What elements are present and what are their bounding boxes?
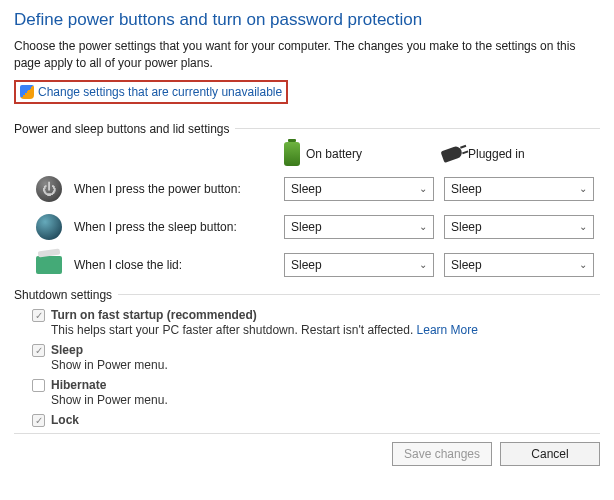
chevron-down-icon: ⌄ [419, 183, 427, 194]
sleep-button-plugged-select[interactable]: Sleep⌄ [444, 215, 594, 239]
row-close-lid: When I close the lid: Sleep⌄ Sleep⌄ [14, 250, 600, 280]
battery-icon [284, 142, 300, 166]
power-button-icon: ⏻ [36, 176, 62, 202]
fast-startup-title: Turn on fast startup (recommended) [51, 308, 257, 322]
change-settings-link[interactable]: Change settings that are currently unava… [38, 85, 282, 99]
chevron-down-icon: ⌄ [579, 183, 587, 194]
section-label: Power and sleep buttons and lid settings [14, 122, 229, 136]
select-value: Sleep [451, 258, 482, 272]
sleep-title: Sleep [51, 343, 83, 357]
section-shutdown: Shutdown settings [14, 288, 600, 302]
divider [235, 128, 600, 129]
select-value: Sleep [291, 182, 322, 196]
select-value: Sleep [451, 220, 482, 234]
lock-checkbox[interactable]: ✓ [32, 414, 45, 427]
hibernate-checkbox[interactable] [32, 379, 45, 392]
sleep-desc: Show in Power menu. [51, 358, 168, 372]
hibernate-title: Hibernate [51, 378, 106, 392]
power-button-battery-select[interactable]: Sleep⌄ [284, 177, 434, 201]
lid-icon [36, 256, 62, 274]
save-changes-button[interactable]: Save changes [392, 442, 492, 466]
sleep-option: ✓ Sleep Show in Power menu. [32, 343, 600, 372]
cancel-button[interactable]: Cancel [500, 442, 600, 466]
change-settings-link-highlight: Change settings that are currently unava… [14, 80, 288, 104]
row-power-button: ⏻ When I press the power button: Sleep⌄ … [14, 174, 600, 204]
fast-startup-option: ✓ Turn on fast startup (recommended) Thi… [32, 308, 600, 337]
page-title: Define power buttons and turn on passwor… [14, 10, 600, 30]
chevron-down-icon: ⌄ [579, 221, 587, 232]
lock-title: Lock [51, 413, 79, 427]
hibernate-desc: Show in Power menu. [51, 393, 168, 407]
close-lid-battery-select[interactable]: Sleep⌄ [284, 253, 434, 277]
row-sleep-button: When I press the sleep button: Sleep⌄ Sl… [14, 212, 600, 242]
chevron-down-icon: ⌄ [579, 259, 587, 270]
select-value: Sleep [291, 220, 322, 234]
close-lid-label: When I close the lid: [74, 258, 274, 272]
sleep-button-label: When I press the sleep button: [74, 220, 274, 234]
chevron-down-icon: ⌄ [419, 221, 427, 232]
select-value: Sleep [451, 182, 482, 196]
fast-startup-checkbox[interactable]: ✓ [32, 309, 45, 322]
section-label: Shutdown settings [14, 288, 112, 302]
plug-icon [441, 145, 464, 163]
page-description: Choose the power settings that you want … [14, 38, 600, 72]
section-power-sleep-lid: Power and sleep buttons and lid settings [14, 122, 600, 136]
plugged-in-label: Plugged in [468, 147, 525, 161]
hibernate-option: Hibernate Show in Power menu. [32, 378, 600, 407]
footer: Save changes Cancel [14, 433, 600, 466]
learn-more-link[interactable]: Learn More [417, 323, 478, 337]
chevron-down-icon: ⌄ [419, 259, 427, 270]
sleep-checkbox[interactable]: ✓ [32, 344, 45, 357]
column-headers: On battery Plugged in [14, 142, 600, 166]
fast-startup-desc: This helps start your PC faster after sh… [51, 323, 417, 337]
power-button-plugged-select[interactable]: Sleep⌄ [444, 177, 594, 201]
shield-icon [20, 85, 34, 99]
lock-option: ✓ Lock [32, 413, 600, 427]
close-lid-plugged-select[interactable]: Sleep⌄ [444, 253, 594, 277]
sleep-button-icon [36, 214, 62, 240]
sleep-button-battery-select[interactable]: Sleep⌄ [284, 215, 434, 239]
on-battery-label: On battery [306, 147, 362, 161]
divider [118, 294, 600, 295]
power-button-label: When I press the power button: [74, 182, 274, 196]
select-value: Sleep [291, 258, 322, 272]
